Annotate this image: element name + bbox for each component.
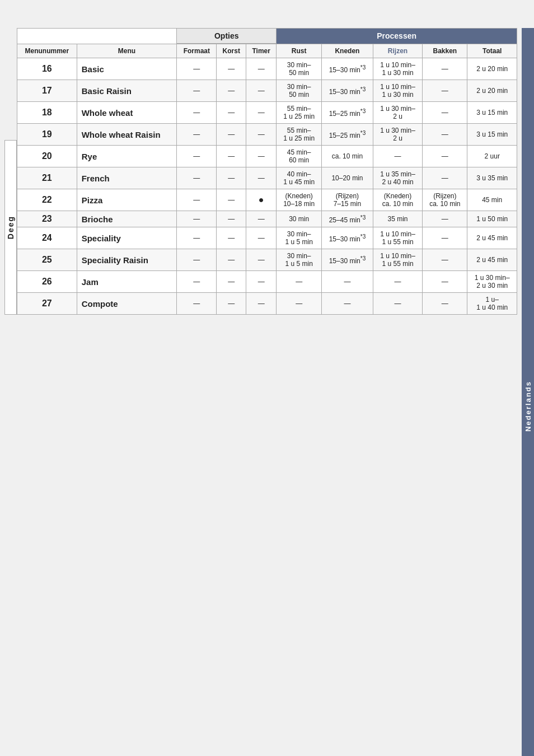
cell-korst: — (217, 58, 246, 80)
cell-korst: — (217, 102, 246, 124)
cell-bakken: — (423, 227, 467, 249)
cell-formaat: — (177, 102, 217, 124)
cell-menu: Rye (77, 146, 177, 167)
cell-menu: Speciality (77, 227, 177, 249)
cell-korst: — (217, 249, 246, 271)
cell-rijzen: (Kneden) ca. 10 min (373, 189, 423, 211)
col-kneden: Kneden (322, 44, 373, 58)
cell-rust: 30 min– 50 min (277, 80, 322, 102)
cell-rijzen: 1 u 35 min– 2 u 40 min (373, 167, 423, 189)
cell-rust: 55 min– 1 u 25 min (277, 102, 322, 124)
cell-menu: Speciality Raisin (77, 249, 177, 271)
cell-totaal: 1 u 30 min– 2 u 30 min (467, 271, 517, 293)
col-rijzen: Rijzen (373, 44, 423, 58)
table-row: 18Whole wheat———55 min– 1 u 25 min15–25 … (17, 102, 517, 124)
cell-formaat: — (177, 271, 217, 293)
cell-rijzen: 1 u 10 min– 1 u 30 min (373, 80, 423, 102)
cell-num: 18 (17, 102, 77, 124)
cell-formaat: — (177, 146, 217, 167)
cell-num: 26 (17, 271, 77, 293)
cell-kneden: 25–45 min*3 (322, 211, 373, 227)
cell-rijzen: 1 u 30 min– 2 u (373, 102, 423, 124)
table-row: 26Jam———————1 u 30 min– 2 u 30 min (17, 271, 517, 293)
table-row: 25Speciality Raisin———30 min– 1 u 5 min1… (17, 249, 517, 271)
cell-rijzen: 1 u 10 min– 1 u 30 min (373, 58, 423, 80)
cell-num: 24 (17, 227, 77, 249)
cell-timer: — (246, 146, 277, 167)
menu-table: Opties Processen Menunummer Menu Formaat… (17, 28, 517, 315)
cell-bakken: — (423, 271, 467, 293)
cell-totaal: 2 u 45 min (467, 249, 517, 271)
opties-header: Opties (177, 29, 277, 44)
cell-rust: 30 min (277, 211, 322, 227)
cell-rijzen: 1 u 10 min– 1 u 55 min (373, 227, 423, 249)
cell-num: 22 (17, 189, 77, 211)
cell-rust: 30 min– 1 u 5 min (277, 227, 322, 249)
cell-rust: — (277, 271, 322, 293)
cell-rust: (Kneden) 10–18 min (277, 189, 322, 211)
cell-num: 19 (17, 124, 77, 146)
cell-timer: — (246, 271, 277, 293)
cell-bakken: — (423, 124, 467, 146)
cell-rust: — (277, 293, 322, 315)
cell-menu: Compote (77, 293, 177, 315)
cell-menu: Basic (77, 58, 177, 80)
cell-menu: Jam (77, 271, 177, 293)
cell-korst: — (217, 124, 246, 146)
table-row: 22Pizza——●(Kneden) 10–18 min(Rijzen) 7–1… (17, 189, 517, 211)
cell-korst: — (217, 293, 246, 315)
table-row: 21French———40 min– 1 u 45 min10–20 min1 … (17, 167, 517, 189)
col-bakken: Bakken (423, 44, 467, 58)
cell-rust: 30 min– 50 min (277, 58, 322, 80)
col-formaat: Formaat (177, 44, 217, 58)
cell-kneden: — (322, 271, 373, 293)
cell-korst: — (217, 211, 246, 227)
cell-formaat: — (177, 227, 217, 249)
col-totaal: Totaal (467, 44, 517, 58)
cell-korst: — (217, 80, 246, 102)
cell-bakken: (Rijzen) ca. 10 min (423, 189, 467, 211)
col-timer: Timer (246, 44, 277, 58)
cell-totaal: 3 u 35 min (467, 167, 517, 189)
cell-timer: — (246, 293, 277, 315)
cell-num: 20 (17, 146, 77, 167)
cell-menu: French (77, 167, 177, 189)
cell-timer: — (246, 211, 277, 227)
cell-totaal: 3 u 15 min (467, 102, 517, 124)
table-row: 16Basic———30 min– 50 min15–30 min*31 u 1… (17, 58, 517, 80)
table-row: 23Brioche———30 min25–45 min*335 min—1 u … (17, 211, 517, 227)
table-row: 27Compote———————1 u– 1 u 40 min (17, 293, 517, 315)
table-row: 19Whole wheat Raisin———55 min– 1 u 25 mi… (17, 124, 517, 146)
cell-kneden: — (322, 293, 373, 315)
cell-formaat: — (177, 211, 217, 227)
cell-formaat: — (177, 80, 217, 102)
cell-menu: Brioche (77, 211, 177, 227)
cell-totaal: 45 min (467, 189, 517, 211)
cell-timer: — (246, 249, 277, 271)
cell-korst: — (217, 146, 246, 167)
col-menunummer: Menunummer (17, 44, 77, 58)
table-row: 24Speciality———30 min– 1 u 5 min15–30 mi… (17, 227, 517, 249)
cell-totaal: 2 u 20 min (467, 80, 517, 102)
cell-num: 21 (17, 167, 77, 189)
cell-kneden: (Rijzen) 7–15 min (322, 189, 373, 211)
cell-menu: Whole wheat (77, 102, 177, 124)
table-row: 17Basic Raisin———30 min– 50 min15–30 min… (17, 80, 517, 102)
cell-kneden: 15–25 min*3 (322, 102, 373, 124)
cell-kneden: 10–20 min (322, 167, 373, 189)
cell-totaal: 1 u– 1 u 40 min (467, 293, 517, 315)
cell-korst: — (217, 271, 246, 293)
cell-num: 16 (17, 58, 77, 80)
cell-formaat: — (177, 58, 217, 80)
cell-rust: 55 min– 1 u 25 min (277, 124, 322, 146)
cell-rust: 45 min– 60 min (277, 146, 322, 167)
cell-timer: — (246, 80, 277, 102)
cell-rijzen: 1 u 10 min– 1 u 55 min (373, 249, 423, 271)
cell-rust: 30 min– 1 u 5 min (277, 249, 322, 271)
cell-timer: ● (246, 189, 277, 211)
cell-bakken: — (423, 167, 467, 189)
cell-korst: — (217, 227, 246, 249)
cell-num: 25 (17, 249, 77, 271)
cell-bakken: — (423, 102, 467, 124)
cell-totaal: 2 u 45 min (467, 227, 517, 249)
